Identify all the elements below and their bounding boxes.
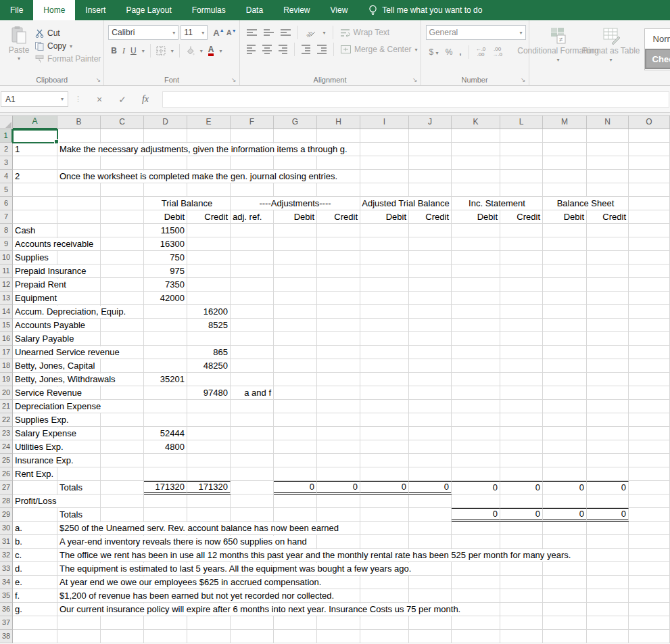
bold-button[interactable]: B xyxy=(111,46,117,55)
row-header-13[interactable]: 13 xyxy=(0,292,13,305)
cell-O25[interactable] xyxy=(629,454,670,467)
cell-E19[interactable] xyxy=(187,373,231,386)
cell-C23[interactable] xyxy=(101,427,144,440)
cell-L17[interactable] xyxy=(500,346,543,359)
cell-O13[interactable] xyxy=(629,292,670,305)
cell-N15[interactable] xyxy=(587,319,629,332)
cell-H29[interactable] xyxy=(317,508,360,522)
column-header-A[interactable]: A xyxy=(13,116,57,129)
cell-B35[interactable]: $1,200 of revenue has been earned but no… xyxy=(57,589,101,603)
cell-F6[interactable]: ----Adjustments---- xyxy=(231,197,360,210)
cell-D12[interactable]: 7350 xyxy=(144,278,187,292)
cell-K13[interactable] xyxy=(452,292,500,305)
cell-A15[interactable]: Accounts Payable xyxy=(13,319,57,332)
cell-O10[interactable] xyxy=(629,251,670,264)
cell-L19[interactable] xyxy=(500,373,543,386)
cell-G26[interactable] xyxy=(274,467,317,481)
cell-G7[interactable]: Debit xyxy=(274,210,317,224)
cell-N3[interactable] xyxy=(587,156,629,170)
column-header-H[interactable]: H xyxy=(317,116,360,129)
ribbon-tab-page-layout[interactable]: Page Layout xyxy=(116,0,181,20)
cell-N10[interactable] xyxy=(587,251,629,264)
cell-M22[interactable] xyxy=(543,413,587,427)
cell-F14[interactable] xyxy=(231,305,274,319)
cell-N27[interactable]: 0 xyxy=(587,481,629,495)
cell-C28[interactable] xyxy=(101,495,144,508)
enter-button[interactable]: ✓ xyxy=(111,94,134,105)
row-header-33[interactable]: 33 xyxy=(0,562,13,576)
cell-A16[interactable]: Salary Payable xyxy=(13,332,57,346)
cell-A25[interactable]: Insurance Exp. xyxy=(13,454,57,467)
row-header-10[interactable]: 10 xyxy=(0,251,13,264)
cell-L13[interactable] xyxy=(500,292,543,305)
cell-F15[interactable] xyxy=(231,319,274,332)
cell-M25[interactable] xyxy=(543,454,587,467)
cell-C12[interactable] xyxy=(101,278,144,292)
cell-K3[interactable] xyxy=(452,156,500,170)
cell-D29[interactable] xyxy=(144,508,187,522)
cell-J38[interactable] xyxy=(409,630,452,643)
cell-O15[interactable] xyxy=(629,319,670,332)
cell-H31[interactable] xyxy=(317,535,360,549)
cell-F26[interactable] xyxy=(231,467,274,481)
cell-M15[interactable] xyxy=(543,319,587,332)
cell-B27[interactable]: Totals xyxy=(57,481,101,495)
cell-O21[interactable] xyxy=(629,400,670,413)
cell-I37[interactable] xyxy=(360,616,409,630)
cell-B29[interactable]: Totals xyxy=(57,508,101,522)
cell-F38[interactable] xyxy=(231,630,274,643)
row-header-26[interactable]: 26 xyxy=(0,467,13,481)
cell-M13[interactable] xyxy=(543,292,587,305)
cell-J8[interactable] xyxy=(409,224,452,237)
cell-E12[interactable] xyxy=(187,278,231,292)
cell-D28[interactable] xyxy=(144,495,187,508)
cell-L31[interactable] xyxy=(500,535,543,549)
cell-N33[interactable] xyxy=(587,562,629,576)
row-header-12[interactable]: 12 xyxy=(0,278,13,292)
cell-M36[interactable] xyxy=(543,603,587,616)
cell-J20[interactable] xyxy=(409,386,452,400)
cell-D19[interactable]: 35201 xyxy=(144,373,187,386)
select-all-button[interactable] xyxy=(0,116,13,129)
cell-N26[interactable] xyxy=(587,467,629,481)
orientation-dropdown-icon[interactable]: ▾ xyxy=(323,30,326,36)
cell-B30[interactable]: $250 of the Unearned serv. Rev. account … xyxy=(57,522,101,535)
cell-O23[interactable] xyxy=(629,427,670,440)
cell-I4[interactable] xyxy=(360,170,409,183)
cell-C8[interactable] xyxy=(101,224,144,237)
cell-D1[interactable] xyxy=(144,129,187,143)
column-header-G[interactable]: G xyxy=(274,116,317,129)
cell-A32[interactable]: c. xyxy=(13,549,57,562)
cell-O31[interactable] xyxy=(629,535,670,549)
cell-M20[interactable] xyxy=(543,386,587,400)
decrease-indent-icon[interactable] xyxy=(302,45,311,54)
cell-J26[interactable] xyxy=(409,467,452,481)
cell-H28[interactable] xyxy=(317,495,360,508)
cell-K23[interactable] xyxy=(452,427,500,440)
cell-G1[interactable] xyxy=(274,129,317,143)
cell-I9[interactable] xyxy=(360,237,409,251)
cell-K15[interactable] xyxy=(452,319,500,332)
cell-N7[interactable]: Credit xyxy=(587,210,629,224)
cell-K17[interactable] xyxy=(452,346,500,359)
cell-O14[interactable] xyxy=(629,305,670,319)
cell-A6[interactable] xyxy=(13,197,57,210)
wrap-text-button[interactable]: Wrap Text xyxy=(340,28,390,37)
orientation-icon[interactable]: ab xyxy=(305,28,316,37)
cell-G5[interactable] xyxy=(274,183,317,197)
cell-A12[interactable]: Prepaid Rent xyxy=(13,278,57,292)
cell-I5[interactable] xyxy=(360,183,409,197)
cell-A1[interactable] xyxy=(13,129,57,143)
column-header-D[interactable]: D xyxy=(144,116,187,129)
row-header-25[interactable]: 25 xyxy=(0,454,13,467)
cell-N32[interactable] xyxy=(587,549,629,562)
cell-E22[interactable] xyxy=(187,413,231,427)
cell-J12[interactable] xyxy=(409,278,452,292)
cell-A34[interactable]: e. xyxy=(13,576,57,589)
cell-L3[interactable] xyxy=(500,156,543,170)
cell-N16[interactable] xyxy=(587,332,629,346)
cell-D22[interactable] xyxy=(144,413,187,427)
cell-A2[interactable]: 1 xyxy=(13,143,57,156)
cell-C20[interactable] xyxy=(101,386,144,400)
cell-A31[interactable]: b. xyxy=(13,535,57,549)
